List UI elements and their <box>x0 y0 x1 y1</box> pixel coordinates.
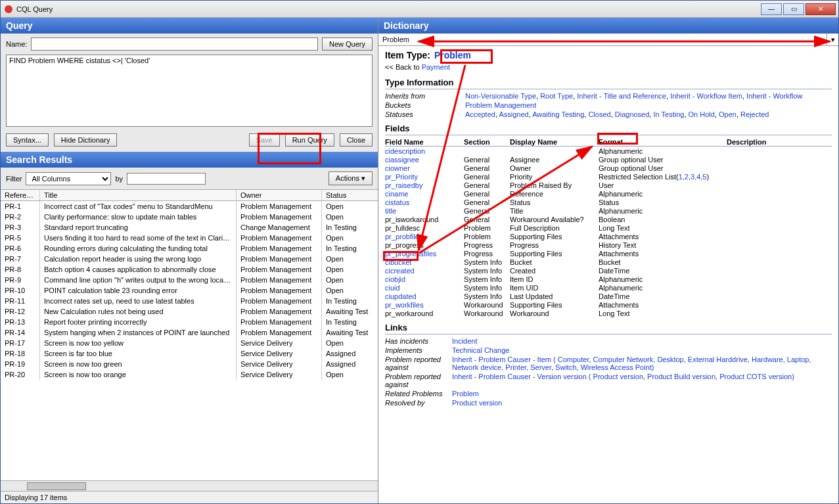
field-name-link[interactable]: cibucket <box>385 258 411 266</box>
close-button[interactable]: Close <box>340 133 373 147</box>
field-name-link[interactable]: cistatus <box>385 198 409 206</box>
field-name-link[interactable]: pr_raisedby <box>385 181 422 189</box>
dict-link[interactable]: Closed <box>588 110 610 118</box>
table-row[interactable]: PR-5Users finding it too hard to read so… <box>1 233 378 243</box>
dict-link[interactable]: Diagnosed <box>615 110 650 118</box>
table-row[interactable]: PR-9Command line option "h" writes outpu… <box>1 275 378 285</box>
minimize-button[interactable]: — <box>761 3 782 15</box>
col-owner[interactable]: Owner <box>237 190 322 200</box>
dict-link[interactable]: Root Type <box>540 92 573 100</box>
col-reference[interactable]: Reference <box>1 190 40 200</box>
syntax-button[interactable]: Syntax... <box>6 133 49 147</box>
name-input[interactable] <box>31 37 318 51</box>
dict-link[interactable]: Non-Versionable Type <box>465 92 536 100</box>
field-display: Problem Raised By <box>510 181 599 189</box>
cell-title: Incorrect cast of "Tax codes" menu to St… <box>40 201 237 212</box>
link-value[interactable]: Product version <box>452 399 502 407</box>
actions-button[interactable]: Actions ▾ <box>329 172 373 185</box>
dict-link[interactable]: Open <box>719 110 737 118</box>
field-format: Long Text <box>599 224 727 232</box>
dictionary-selector[interactable]: Problem <box>378 34 827 45</box>
results-table-header: Reference Title Owner Status <box>1 189 378 201</box>
link-value[interactable]: Problem <box>452 390 479 398</box>
field-desc <box>727 181 773 189</box>
field-name-link[interactable]: ciupdated <box>385 292 417 300</box>
dict-link[interactable]: Inherit - Workflow Item <box>670 92 742 100</box>
field-format: Attachments <box>599 233 727 241</box>
table-row[interactable]: PR-13Report footer printing incorrectlyP… <box>1 317 378 327</box>
field-section: Progress <box>464 241 510 249</box>
link-value[interactable]: Incident <box>452 337 478 345</box>
link-value[interactable]: Inherit - Problem Causer - Item ( Comput… <box>452 355 811 371</box>
table-row[interactable]: PR-8Batch option 4 causes application to… <box>1 264 378 275</box>
field-section: General <box>464 216 510 223</box>
col-title[interactable]: Title <box>40 190 237 200</box>
dict-link[interactable]: Awaiting Testing <box>532 110 584 118</box>
dict-link[interactable]: Accepted <box>465 110 495 118</box>
run-query-button[interactable]: Run Query <box>285 133 334 147</box>
field-name-link[interactable]: cidescription <box>385 147 425 155</box>
field-name-link[interactable]: pr_workfiles <box>385 301 424 309</box>
dictionary-dropdown-button[interactable]: ▾ <box>827 34 838 45</box>
field-desc <box>727 147 773 155</box>
filter-select[interactable]: All Columns <box>26 172 111 185</box>
hide-dictionary-button[interactable]: Hide Dictionary <box>54 133 118 147</box>
field-name-link[interactable]: title <box>385 207 396 215</box>
table-row[interactable]: PR-17Screen is now too yellowService Del… <box>1 338 378 348</box>
horizontal-scrollbar[interactable] <box>1 480 378 491</box>
field-name-link[interactable]: pr_progressfiles <box>385 250 436 258</box>
results-table-body[interactable]: PR-1Incorrect cast of "Tax codes" menu t… <box>1 201 378 480</box>
field-row: pr_progressProgressProgressHistory Text <box>385 241 832 249</box>
filter-by-input[interactable] <box>127 173 206 185</box>
dict-link[interactable]: Inherit - Workflow <box>746 92 802 100</box>
save-button[interactable]: Save <box>249 133 280 147</box>
table-row[interactable]: PR-18Screen is far too blueService Deliv… <box>1 348 378 359</box>
field-section: Workaround <box>464 309 510 317</box>
cell-owner: Problem Management <box>237 201 322 212</box>
col-status[interactable]: Status <box>322 190 378 200</box>
close-window-button[interactable]: ✕ <box>805 3 836 15</box>
table-row[interactable]: PR-7Calculation report header is using t… <box>1 254 378 264</box>
cell-ref: PR-17 <box>1 338 40 348</box>
field-name-link[interactable]: ciassignee <box>385 156 419 164</box>
dictionary-content[interactable]: Item Type: Problem << Back to Payment Ty… <box>378 46 838 503</box>
table-row[interactable]: PR-11Incorrect rates set up, need to use… <box>1 296 378 306</box>
field-row: ciownerGeneralOwnerGroup optional User <box>385 164 832 172</box>
field-name-link[interactable]: pr_Priority <box>385 173 418 181</box>
new-query-button[interactable]: New Query <box>322 37 373 51</box>
table-row[interactable]: PR-12New Calculation rules not being use… <box>1 306 378 317</box>
field-name-link[interactable]: pr_probfiles <box>385 233 422 241</box>
link-value[interactable]: Inherit - Problem Causer - Version versi… <box>452 373 794 380</box>
cell-title: System hanging when 2 instances of POINT… <box>40 327 237 338</box>
dict-link[interactable]: On Hold <box>689 110 715 118</box>
format-link[interactable]: 1,2,3,4,5 <box>679 173 707 181</box>
cell-title: Incorrect rates set up, need to use late… <box>40 296 237 306</box>
dict-link[interactable]: Assigned <box>499 110 528 118</box>
field-name-link[interactable]: ciuid <box>385 284 400 292</box>
table-row[interactable]: PR-14System hanging when 2 instances of … <box>1 327 378 338</box>
field-section: System Info <box>464 292 510 300</box>
dict-link[interactable]: Problem Management <box>465 101 536 109</box>
cell-title: Calculation report header is using the w… <box>40 254 237 264</box>
field-name-link[interactable]: ciobjid <box>385 275 405 283</box>
field-name-link[interactable]: cicreated <box>385 267 415 275</box>
dict-link[interactable]: Rejected <box>740 110 769 118</box>
dict-link[interactable]: Inherit - Title and Reference <box>577 92 666 100</box>
table-row[interactable]: PR-10POINT calculation table 23 rounding… <box>1 285 378 296</box>
link-value[interactable]: Technical Change <box>452 346 509 354</box>
field-section: General <box>464 198 510 206</box>
field-name-link[interactable]: ciname <box>385 190 408 198</box>
table-row[interactable]: PR-2Clarity performance: slow to update … <box>1 212 378 222</box>
dict-link[interactable]: In Testing <box>653 110 684 118</box>
item-type-link[interactable]: Problem <box>434 50 471 60</box>
field-name-link[interactable]: ciowner <box>385 164 410 172</box>
table-row[interactable]: PR-20Screen is now too orangeService Del… <box>1 369 378 380</box>
table-row[interactable]: PR-3Standard report truncatingChange Man… <box>1 222 378 233</box>
table-row[interactable]: PR-19Screen is now too greenService Deli… <box>1 359 378 369</box>
table-row[interactable]: PR-6Rounding errors during calculating t… <box>1 243 378 254</box>
table-row[interactable]: PR-1Incorrect cast of "Tax codes" menu t… <box>1 201 378 212</box>
back-link[interactable]: Payment <box>422 63 450 71</box>
cql-textarea[interactable]: FIND Problem WHERE cistatus <>| 'Closed' <box>6 55 373 127</box>
maximize-button[interactable]: ▭ <box>783 3 804 15</box>
cell-ref: PR-19 <box>1 359 40 369</box>
